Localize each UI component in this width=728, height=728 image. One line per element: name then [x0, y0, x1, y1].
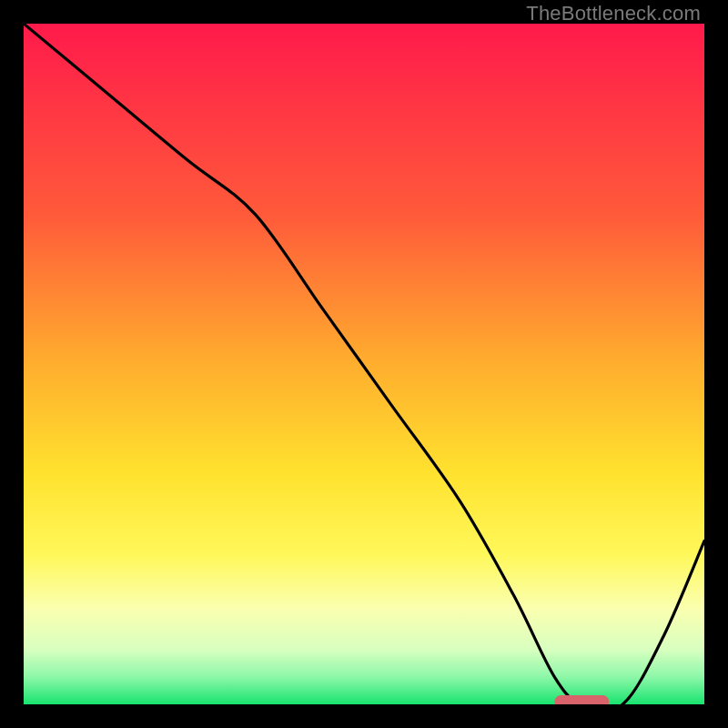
watermark-text: TheBottleneck.com — [526, 2, 701, 25]
chart-frame — [24, 24, 704, 704]
bottleneck-chart — [24, 24, 704, 704]
gradient-background — [24, 24, 704, 704]
optimal-range-marker — [554, 695, 609, 704]
